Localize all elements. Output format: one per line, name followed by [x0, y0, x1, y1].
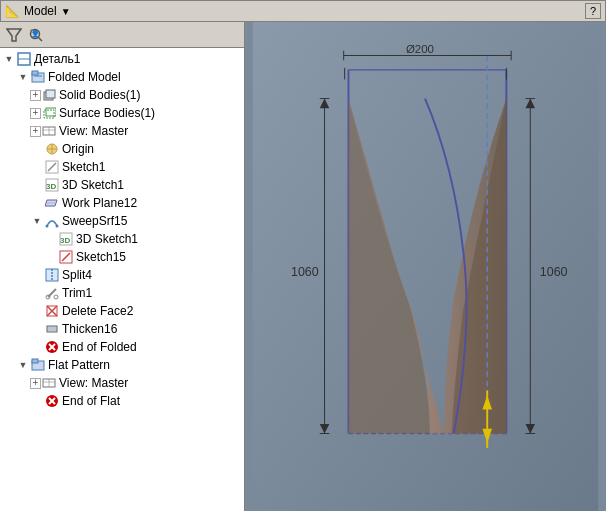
tree-item-split4[interactable]: Split4: [28, 266, 244, 284]
folded-model-icon: [30, 69, 46, 85]
svg-text:3D: 3D: [60, 236, 70, 245]
expand-end-of-flat: [30, 394, 44, 408]
tree-item-solid-bodies[interactable]: + Solid Bodies(1): [28, 86, 244, 104]
tree-item-detail1[interactable]: ▼ Деталь1: [0, 50, 244, 68]
svg-point-27: [56, 225, 59, 228]
tree-item-view-master-2[interactable]: + View: Master: [28, 374, 244, 392]
sketch15-icon: [58, 249, 74, 265]
expand-work-plane12: [30, 196, 44, 210]
surface-bodies-icon: [41, 105, 57, 121]
3dsketch1-top-label: 3D Sketch1: [62, 178, 124, 192]
tree-item-surface-bodies[interactable]: + Surface Bodies(1): [28, 104, 244, 122]
tree-item-flat-pattern[interactable]: ▼ Flat Pattern: [14, 356, 244, 374]
work-plane12-label: Work Plane12: [62, 196, 137, 210]
surface-bodies-label: Surface Bodies(1): [59, 106, 155, 120]
svg-text:1060: 1060: [540, 265, 568, 279]
tree-item-sweepsrf15[interactable]: ▼ SweepSrf15: [28, 212, 244, 230]
svg-rect-47: [32, 359, 38, 363]
expand-end-of-folded: [30, 340, 44, 354]
tree-item-3dsketch1-inner[interactable]: 3D 3D Sketch1: [42, 230, 244, 248]
expand-thicken16: [30, 322, 44, 336]
help-button[interactable]: ?: [585, 3, 601, 19]
tree-item-folded-model[interactable]: ▼ Folded Model: [14, 68, 244, 86]
expand-sweepsrf15[interactable]: ▼: [30, 214, 44, 228]
tree-item-trim1[interactable]: Trim1: [28, 284, 244, 302]
main-content: 👤 ▼ Деталь1 ▼: [0, 22, 606, 511]
svg-marker-0: [7, 29, 21, 41]
search-icon[interactable]: 👤: [27, 26, 45, 44]
detail1-icon: [16, 51, 32, 67]
expand-solid-bodies[interactable]: +: [30, 90, 41, 101]
3dsketch1-inner-icon: 3D: [58, 231, 74, 247]
expand-folded-model[interactable]: ▼: [16, 70, 30, 84]
delete-face2-icon: [44, 303, 60, 319]
flat-pattern-icon: [30, 357, 46, 373]
solid-bodies-label: Solid Bodies(1): [59, 88, 140, 102]
tree-item-work-plane12[interactable]: Work Plane12: [28, 194, 244, 212]
svg-text:1060: 1060: [291, 265, 319, 279]
title-dropdown[interactable]: ▼: [61, 6, 71, 17]
expand-origin: [30, 142, 44, 156]
thicken16-label: Thicken16: [62, 322, 117, 336]
svg-text:👤: 👤: [31, 29, 40, 38]
expand-flat-pattern[interactable]: ▼: [16, 358, 30, 372]
svg-point-36: [54, 295, 58, 299]
expand-view-master-1[interactable]: +: [30, 126, 41, 137]
end-of-folded-icon: [44, 339, 60, 355]
origin-icon: [44, 141, 60, 157]
expand-surface-bodies[interactable]: +: [30, 108, 41, 119]
sketch15-label: Sketch15: [76, 250, 126, 264]
trim1-icon: [44, 285, 60, 301]
title-bar: 📐 Model ▼ ?: [0, 0, 606, 22]
detail1-label: Деталь1: [34, 52, 80, 66]
view-master-2-icon: [41, 375, 57, 391]
svg-rect-40: [47, 326, 57, 332]
tree-item-sketch15[interactable]: Sketch15: [42, 248, 244, 266]
title-text: Model: [24, 4, 57, 18]
tree-item-delete-face2[interactable]: Delete Face2: [28, 302, 244, 320]
sketch1-label: Sketch1: [62, 160, 105, 174]
tree-item-sketch1[interactable]: Sketch1: [28, 158, 244, 176]
svg-line-3: [39, 37, 43, 41]
expand-3dsketch1-inner: [44, 232, 58, 246]
expand-detail1[interactable]: ▼: [2, 52, 16, 66]
tree-item-3dsketch1-top[interactable]: 3D 3D Sketch1: [28, 176, 244, 194]
view-master-1-label: View: Master: [59, 124, 128, 138]
split4-icon: [44, 267, 60, 283]
solid-bodies-icon: [41, 87, 57, 103]
view-master-2-label: View: Master: [59, 376, 128, 390]
end-of-folded-label: End of Folded: [62, 340, 137, 354]
view-master-1-icon: [41, 123, 57, 139]
tree-item-end-of-folded[interactable]: End of Folded: [28, 338, 244, 356]
expand-split4: [30, 268, 44, 282]
tree-item-view-master-1[interactable]: + View: Master: [28, 122, 244, 140]
expand-view-master-2[interactable]: +: [30, 378, 41, 389]
svg-point-26: [46, 225, 49, 228]
trim1-label: Trim1: [62, 286, 92, 300]
expand-delete-face2: [30, 304, 44, 318]
folded-model-label: Folded Model: [48, 70, 121, 84]
end-of-flat-icon: [44, 393, 60, 409]
tree-item-origin[interactable]: Origin: [28, 140, 244, 158]
tree-item-thicken16[interactable]: Thicken16: [28, 320, 244, 338]
svg-text:3D: 3D: [46, 182, 56, 191]
expand-3dsketch1-top: [30, 178, 44, 192]
work-plane12-icon: [44, 195, 60, 211]
tree-toolbar: 👤: [0, 22, 244, 48]
end-of-flat-label: End of Flat: [62, 394, 120, 408]
expand-sketch1: [30, 160, 44, 174]
split4-label: Split4: [62, 268, 92, 282]
svg-text:Ø200: Ø200: [406, 43, 434, 55]
sketch1-icon: [44, 159, 60, 175]
3dsketch1-inner-label: 3D Sketch1: [76, 232, 138, 246]
viewport[interactable]: Ø200 1060 1060: [245, 22, 606, 511]
thicken16-icon: [44, 321, 60, 337]
tree-item-end-of-flat[interactable]: End of Flat: [28, 392, 244, 410]
svg-rect-8: [32, 71, 38, 75]
expand-sketch15: [44, 250, 58, 264]
3dsketch1-top-icon: 3D: [44, 177, 60, 193]
filter-icon[interactable]: [5, 26, 23, 44]
sweepsrf15-icon: [44, 213, 60, 229]
flat-pattern-label: Flat Pattern: [48, 358, 110, 372]
tree-container[interactable]: ▼ Деталь1 ▼: [0, 48, 244, 511]
